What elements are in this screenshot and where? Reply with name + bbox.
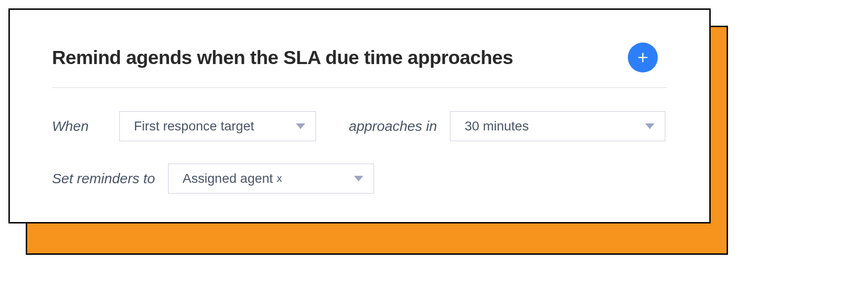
chevron-down-icon	[354, 176, 363, 181]
duration-select-value: 30 minutes	[464, 119, 529, 134]
when-select-value: First responce target	[134, 119, 254, 134]
when-select[interactable]: First responce target	[119, 111, 316, 141]
chevron-down-icon	[645, 123, 655, 129]
card-title: Remind agends when the SLA due time appr…	[52, 47, 513, 69]
reminder-tag-label: Assigned agent	[183, 171, 273, 186]
reminder-tag: Assigned agent x	[183, 171, 282, 186]
plus-icon	[637, 51, 649, 64]
card-header: Remind agends when the SLA due time appr…	[52, 43, 667, 72]
remove-tag-button[interactable]: x	[277, 173, 282, 185]
set-reminders-label: Set reminders to	[52, 171, 155, 187]
chevron-down-icon	[296, 123, 305, 129]
divider	[52, 87, 667, 88]
add-reminder-button[interactable]	[628, 43, 658, 72]
when-row: When First responce target approaches in…	[52, 111, 667, 141]
reminders-select[interactable]: Assigned agent x	[168, 164, 374, 194]
when-label: When	[52, 118, 103, 134]
duration-select[interactable]: 30 minutes	[450, 111, 665, 141]
reminders-row: Set reminders to Assigned agent x	[52, 164, 667, 194]
approaches-in-label: approaches in	[349, 118, 437, 134]
sla-reminder-card: Remind agends when the SLA due time appr…	[8, 8, 711, 223]
